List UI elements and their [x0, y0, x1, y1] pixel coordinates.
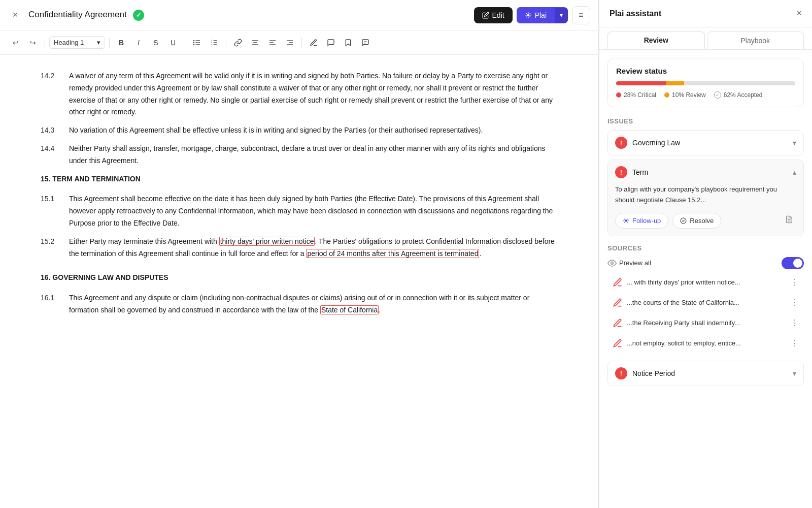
- resolve-button[interactable]: Resolve: [672, 213, 721, 229]
- progress-bar: [616, 81, 795, 85]
- pencil-button[interactable]: [306, 35, 321, 50]
- review-legend: 28% Critical 10% Review ✓ 62% Accepted: [616, 91, 795, 99]
- issue-term-body: To align with your company's playbook re…: [608, 184, 803, 236]
- source-text-3: ...the Receiving Party shall indemnify..…: [627, 319, 787, 327]
- panel-content: Review status 28% Critical 10% Review ✓ …: [599, 50, 812, 508]
- plai-button[interactable]: Plai: [517, 7, 555, 23]
- align-center-button[interactable]: [248, 35, 263, 50]
- review-status-card: Review status 28% Critical 10% Review ✓ …: [607, 58, 804, 107]
- source-more-1[interactable]: ⋮: [791, 277, 799, 287]
- svg-text:3: 3: [211, 43, 212, 46]
- svg-point-0: [527, 14, 529, 16]
- highlight-state-of-california: State of California: [320, 305, 379, 314]
- link-button[interactable]: [230, 35, 246, 50]
- bookmark-button[interactable]: [341, 35, 356, 50]
- tab-playbook[interactable]: Playbook: [707, 31, 804, 49]
- edit-button[interactable]: Edit: [474, 7, 513, 23]
- doc-icon-button[interactable]: [782, 213, 796, 228]
- close-button[interactable]: ×: [8, 8, 22, 22]
- source-icon-2: [613, 298, 623, 308]
- menu-button[interactable]: ≡: [572, 6, 590, 24]
- clause-14-4: 14.4 Neither Party shall assign, transfe…: [41, 143, 558, 167]
- eye-icon: [607, 259, 617, 268]
- italic-button[interactable]: I: [131, 35, 146, 50]
- source-more-3[interactable]: ⋮: [791, 318, 799, 328]
- source-item-4[interactable]: ...not employ, solicit to employ, entice…: [607, 334, 804, 353]
- source-icon-1: [613, 277, 623, 288]
- bold-button[interactable]: B: [114, 35, 129, 50]
- document-title: Confidentiality Agreement: [28, 10, 468, 21]
- panel-title: Plai assistant: [610, 9, 661, 18]
- source-text-1: ... with thirty days' prior written noti…: [627, 278, 787, 286]
- preview-all-toggle[interactable]: [782, 257, 804, 269]
- source-item-1[interactable]: ... with thirty days' prior written noti…: [607, 273, 804, 292]
- header-actions: Edit Plai ▾ ≡: [474, 6, 590, 24]
- plai-button-group: Plai ▾: [517, 7, 568, 23]
- issue-term-icon: !: [615, 166, 627, 178]
- progress-review: [666, 81, 684, 85]
- issue-notice-period-chevron: ▾: [793, 369, 796, 377]
- issue-term-name: Term: [632, 168, 648, 176]
- svg-point-6: [193, 44, 194, 45]
- source-item-3[interactable]: ...the Receiving Party shall indemnify..…: [607, 314, 804, 332]
- sources-header: Preview all: [607, 257, 804, 269]
- numbered-list-button[interactable]: 123: [207, 35, 222, 50]
- highlight-thirty-days: thirty days' prior written notice: [219, 237, 315, 246]
- resolve-icon: [680, 217, 687, 224]
- legend-review: 10% Review: [664, 91, 706, 99]
- review-status-title: Review status: [616, 67, 795, 75]
- strikethrough-button[interactable]: S: [148, 35, 163, 50]
- panel-tabs: Review Playbook: [599, 27, 812, 50]
- sources-title: Sources: [607, 244, 804, 252]
- legend-critical: 28% Critical: [616, 91, 656, 99]
- clause-14-2: 14.2 A waiver of any term of this Agreem…: [41, 70, 558, 118]
- align-left-button[interactable]: [265, 35, 280, 50]
- panel-close-button[interactable]: ×: [796, 8, 802, 19]
- followup-button[interactable]: Follow-up: [615, 213, 668, 229]
- svg-point-24: [625, 219, 627, 221]
- header-bar: × Confidentiality Agreement Edit Plai ▾ …: [0, 0, 598, 30]
- issue-notice-period-icon: !: [615, 367, 627, 379]
- issue-term-chevron: ▴: [793, 168, 796, 176]
- verified-badge: [133, 10, 144, 21]
- redo-button[interactable]: ↪: [25, 35, 41, 50]
- clause-16-1: 16.1 This Agreement and any dispute or c…: [41, 292, 558, 316]
- bullet-list-button[interactable]: [189, 35, 205, 50]
- legend-accepted: ✓ 62% Accepted: [714, 91, 763, 99]
- comment-button[interactable]: [323, 35, 339, 50]
- plai-dropdown-button[interactable]: ▾: [555, 8, 568, 23]
- chat-button[interactable]: [358, 35, 373, 50]
- source-more-2[interactable]: ⋮: [791, 298, 799, 307]
- preview-all-label: Preview all: [619, 259, 651, 267]
- source-icon-4: [613, 338, 623, 348]
- svg-point-5: [193, 42, 194, 43]
- section-15-heading: 15. TERM AND TERMINATION: [41, 173, 558, 185]
- underline-button[interactable]: U: [165, 35, 181, 50]
- edit-icon: [482, 12, 489, 19]
- source-icon-3: [613, 318, 623, 328]
- issue-governing-law-header[interactable]: ! Governing Law ▾: [608, 131, 803, 155]
- issue-term: ! Term ▴ To align with your company's pl…: [607, 160, 804, 236]
- align-right-button[interactable]: [282, 35, 297, 50]
- toolbar: ↩ ↪ Heading 1 ▾ B I S U 123: [0, 30, 598, 55]
- source-item-2[interactable]: ...the courts of the State of California…: [607, 294, 804, 312]
- panel-header: Plai assistant ×: [599, 0, 812, 27]
- progress-accepted: [684, 81, 795, 85]
- section-16: 16. GOVERNING LAW AND DISPUTES 16.1 This…: [41, 272, 558, 316]
- tab-review[interactable]: Review: [607, 31, 705, 49]
- svg-point-28: [611, 262, 614, 264]
- toolbar-separator-2: [109, 38, 110, 48]
- source-more-4[interactable]: ⋮: [791, 338, 799, 348]
- legend-dot-critical: [616, 92, 621, 98]
- issue-term-actions: Follow-up Resolve: [615, 213, 796, 229]
- issue-notice-period[interactable]: ! Notice Period ▾: [607, 361, 804, 386]
- section-15: 15. TERM AND TERMINATION 15.1 This Agree…: [41, 173, 558, 260]
- toolbar-separator-1: [45, 38, 45, 48]
- issue-term-header[interactable]: ! Term ▴: [608, 160, 803, 184]
- followup-icon: [623, 217, 629, 224]
- toolbar-separator-5: [301, 38, 302, 48]
- document-icon: [785, 215, 793, 224]
- undo-button[interactable]: ↩: [8, 35, 23, 50]
- issue-governing-law: ! Governing Law ▾: [607, 130, 804, 155]
- heading-select[interactable]: Heading 1 ▾: [49, 36, 105, 49]
